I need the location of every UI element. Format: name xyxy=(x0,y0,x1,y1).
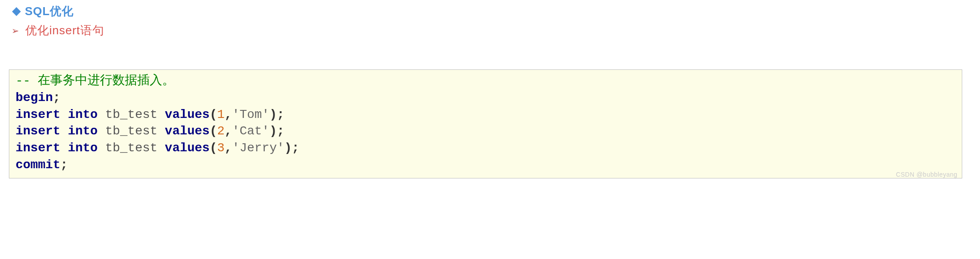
subtitle-text: 优化insert语句 xyxy=(25,23,104,38)
comment-text: 在事务中进行数据插入。 xyxy=(38,74,175,88)
keyword-into: into xyxy=(68,108,98,121)
string-value: 'Tom' xyxy=(232,108,269,121)
number-value: 3 xyxy=(217,141,225,155)
semicolon: ; xyxy=(277,108,284,121)
code-line-insert-3: insert into tb_test values(3,'Jerry'); xyxy=(16,140,956,157)
sub-heading: ➢ 优化insert语句 xyxy=(9,23,971,38)
semicolon: ; xyxy=(277,124,284,138)
keyword-into: into xyxy=(68,124,98,138)
code-block: -- 在事务中进行数据插入。 begin; insert into tb_tes… xyxy=(9,69,962,178)
keyword-values: values xyxy=(165,141,210,155)
keyword-insert: insert xyxy=(16,108,60,121)
table-name: tb_test xyxy=(105,108,158,121)
comma: , xyxy=(225,141,232,155)
diamond-icon xyxy=(12,7,21,16)
comma: , xyxy=(225,108,232,121)
comment-prefix: -- xyxy=(16,74,38,88)
keyword-values: values xyxy=(165,124,210,138)
keyword-commit: commit xyxy=(16,158,60,172)
string-value: 'Cat' xyxy=(232,124,269,138)
rparen: ) xyxy=(269,108,277,121)
arrow-right-icon: ➢ xyxy=(12,25,19,36)
table-name: tb_test xyxy=(105,124,158,138)
table-name: tb_test xyxy=(105,141,158,155)
code-line-insert-2: insert into tb_test values(2,'Cat'); xyxy=(16,123,956,140)
number-value: 1 xyxy=(217,108,225,121)
comma: , xyxy=(225,124,232,138)
rparen: ) xyxy=(269,124,277,138)
semicolon: ; xyxy=(292,141,299,155)
keyword-begin: begin xyxy=(16,91,53,105)
semicolon: ; xyxy=(60,158,68,172)
keyword-into: into xyxy=(68,141,98,155)
keyword-values: values xyxy=(165,108,210,121)
string-value: 'Jerry' xyxy=(232,141,284,155)
code-comment-line: -- 在事务中进行数据插入。 xyxy=(16,73,956,89)
semicolon: ; xyxy=(53,91,60,105)
rparen: ) xyxy=(284,141,292,155)
lparen: ( xyxy=(210,108,217,121)
lparen: ( xyxy=(210,141,217,155)
keyword-insert: insert xyxy=(16,141,60,155)
code-line-commit: commit; xyxy=(16,157,956,174)
code-line-begin: begin; xyxy=(16,89,956,106)
code-line-insert-1: insert into tb_test values(1,'Tom'); xyxy=(16,106,956,123)
lparen: ( xyxy=(210,124,217,138)
keyword-insert: insert xyxy=(16,124,60,138)
watermark: CSDN @bubbleyang xyxy=(896,170,957,179)
title-text: SQL优化 xyxy=(25,4,74,19)
number-value: 2 xyxy=(217,124,225,138)
main-heading: SQL优化 xyxy=(9,4,971,19)
